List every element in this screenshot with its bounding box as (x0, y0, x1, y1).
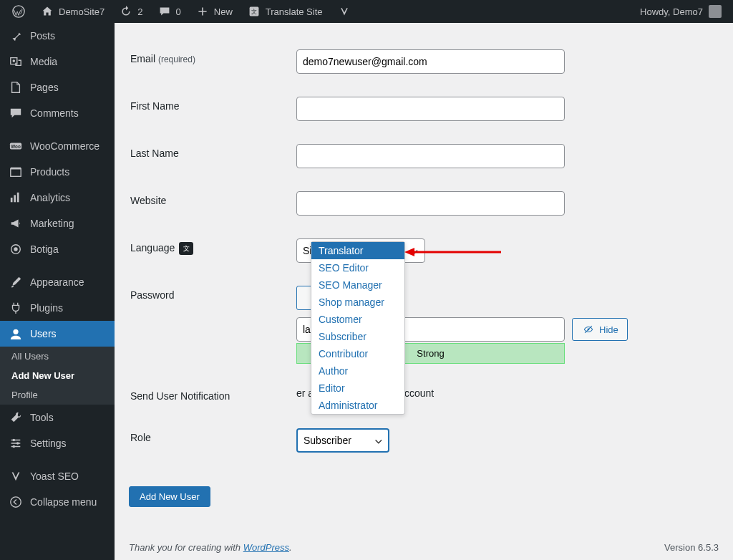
footer-thanks-post: . (289, 542, 292, 553)
role-label: Role (130, 417, 288, 463)
role-option-customer[interactable]: Customer (311, 311, 404, 328)
required-hint: (required) (158, 54, 195, 64)
svg-rect-10 (17, 193, 19, 203)
svg-rect-7 (11, 168, 21, 170)
user-icon (9, 327, 23, 341)
comments-item[interactable]: 0 (152, 0, 187, 23)
menu-tools[interactable]: Tools (0, 405, 115, 430)
botiga-icon (9, 242, 23, 256)
role-dropdown-popup: Translator SEO Editor SEO Manager Shop m… (311, 241, 405, 415)
new-item[interactable]: New (190, 0, 238, 23)
submenu-profile[interactable]: Profile (0, 385, 115, 405)
svg-point-17 (11, 497, 21, 507)
menu-botiga[interactable]: Botiga (0, 236, 115, 262)
footer-thanks-pre: Thank you for creating with (129, 542, 243, 553)
translate-label: Translate Site (266, 6, 323, 17)
menu-media[interactable]: Media (0, 49, 115, 74)
admin-footer: Thank you for creating with WordPress. V… (129, 542, 719, 553)
menu-pages[interactable]: Pages (0, 74, 115, 100)
svg-point-14 (13, 439, 16, 442)
svg-text:Woo: Woo (11, 144, 21, 149)
menu-collapse[interactable]: Collapse menu (0, 489, 115, 515)
menu-appearance[interactable]: Appearance (0, 269, 115, 295)
svg-rect-6 (11, 169, 21, 177)
role-select[interactable]: Subscriber (296, 428, 389, 453)
language-label: Language (130, 242, 175, 254)
role-option-shop-manager[interactable]: Shop manager (311, 294, 404, 311)
role-option-contributor[interactable]: Contributor (311, 345, 404, 362)
users-submenu: All Users Add New User Profile (0, 347, 115, 405)
refresh-count: 2 (137, 6, 142, 17)
sliders-icon (9, 436, 23, 450)
refresh-item[interactable]: 2 (113, 0, 148, 23)
svg-rect-8 (11, 198, 13, 202)
avatar[interactable] (709, 5, 722, 18)
menu-marketing[interactable]: Marketing (0, 211, 115, 236)
site-name: DemoSite7 (59, 6, 105, 17)
admin-bar: DemoSite7 2 0 New 文 Translate Site Howdy… (0, 0, 733, 23)
menu-users[interactable]: Users (0, 321, 115, 347)
main-content: Email (required) First Name Last Name We… (115, 23, 733, 560)
menu-posts[interactable]: Posts (0, 23, 115, 49)
archive-icon (9, 165, 23, 179)
svg-rect-9 (14, 195, 16, 202)
svg-point-15 (16, 442, 19, 445)
role-option-subscriber[interactable]: Subscriber (311, 328, 404, 345)
wordpress-icon (11, 4, 26, 19)
menu-plugins[interactable]: Plugins (0, 295, 115, 321)
footer-wp-link[interactable]: WordPress (243, 542, 289, 553)
translate-item[interactable]: 文 Translate Site (241, 0, 329, 23)
email-field[interactable] (296, 49, 565, 74)
comments-count: 0 (176, 6, 181, 17)
menu-yoast[interactable]: Yoast SEO (0, 463, 115, 489)
send-notif-label: Send User Notification (130, 376, 288, 416)
chart-icon (9, 190, 23, 205)
plus-icon (195, 4, 210, 19)
svg-point-3 (13, 59, 16, 62)
megaphone-icon (9, 216, 23, 231)
home-icon (40, 4, 54, 19)
role-option-author[interactable]: Author (311, 362, 404, 380)
submenu-all-users[interactable]: All Users (0, 347, 115, 366)
menu-analytics[interactable]: Analytics (0, 185, 115, 211)
role-option-seo-manager[interactable]: SEO Manager (311, 276, 404, 294)
menu-woocommerce[interactable]: WooWooCommerce (0, 133, 115, 159)
translate-icon: 文 (179, 242, 193, 255)
hide-password-button[interactable]: Hide (572, 318, 628, 341)
media-icon (9, 54, 23, 69)
svg-point-16 (13, 445, 16, 448)
site-name-link[interactable]: DemoSite7 (34, 0, 110, 23)
yoast-indicator[interactable] (331, 0, 357, 23)
wp-logo[interactable] (6, 0, 31, 23)
submenu-add-new-user[interactable]: Add New User (0, 366, 115, 385)
menu-comments[interactable]: Comments (0, 100, 115, 126)
add-new-user-button[interactable]: Add New User (129, 486, 210, 507)
new-label: New (214, 6, 233, 17)
footer-version: Version 6.5.3 (664, 542, 719, 553)
svg-text:文: 文 (251, 9, 257, 15)
plug-icon (9, 301, 23, 315)
brush-icon (9, 275, 23, 289)
first-name-label: First Name (130, 86, 288, 132)
role-option-seo-editor[interactable]: SEO Editor (311, 259, 404, 276)
website-field[interactable] (296, 191, 565, 216)
role-option-translator[interactable]: Translator (311, 242, 404, 259)
admin-sidebar: Posts Media Pages Comments WooWooCommerc… (0, 23, 115, 560)
page-icon (9, 80, 23, 95)
annotation-arrow (404, 245, 505, 259)
pin-icon (9, 29, 23, 43)
wrench-icon (9, 410, 23, 425)
role-option-editor[interactable]: Editor (311, 380, 404, 397)
email-label: Email (130, 53, 155, 64)
menu-products[interactable]: Products (0, 159, 115, 185)
role-option-administrator[interactable]: Administrator (311, 397, 404, 414)
refresh-icon (119, 4, 133, 19)
collapse-icon (9, 495, 23, 509)
howdy-text[interactable]: Howdy, Demo7 (640, 6, 703, 17)
password-label: Password (130, 275, 288, 375)
comment-icon (157, 4, 172, 19)
menu-settings[interactable]: Settings (0, 430, 115, 456)
first-name-field[interactable] (296, 97, 565, 121)
last-name-field[interactable] (296, 144, 565, 168)
website-label: Website (130, 180, 288, 226)
